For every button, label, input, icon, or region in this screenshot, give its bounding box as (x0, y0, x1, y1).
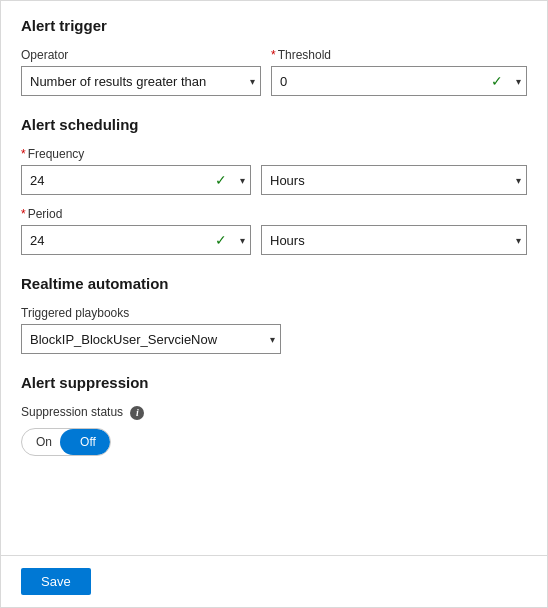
save-button[interactable]: Save (21, 568, 91, 595)
frequency-row: 24 ✓ ▾ Hours ▾ (21, 165, 527, 195)
frequency-block: *Frequency 24 ✓ ▾ (21, 147, 527, 195)
frequency-unit-select[interactable]: Hours (261, 165, 527, 195)
period-num-field: 24 ✓ ▾ (21, 225, 251, 255)
frequency-unit-wrapper: Hours ▾ (261, 165, 527, 195)
toggle-off-label[interactable]: Off (66, 431, 110, 453)
period-unit-field: Hours ▾ (261, 225, 527, 255)
operator-field: Operator Number of results greater than … (21, 48, 261, 96)
threshold-select[interactable]: 0 (271, 66, 527, 96)
frequency-num-field: 24 ✓ ▾ (21, 165, 251, 195)
alert-suppression-title: Alert suppression (21, 374, 527, 391)
freq-required-star: * (21, 147, 26, 161)
threshold-required-star: * (271, 48, 276, 62)
suppression-toggle[interactable]: On Off (21, 428, 111, 456)
threshold-field: *Threshold 0 ✓ ▾ (271, 48, 527, 96)
playbooks-field: Triggered playbooks BlockIP_BlockUser_Se… (21, 306, 281, 354)
frequency-num-wrapper: 24 ✓ ▾ (21, 165, 251, 195)
footer-bar: Save (1, 555, 547, 607)
operator-select[interactable]: Number of results greater than (21, 66, 261, 96)
trigger-fields-row: Operator Number of results greater than … (21, 48, 527, 96)
realtime-automation-section: Realtime automation Triggered playbooks … (21, 275, 527, 354)
playbooks-select[interactable]: BlockIP_BlockUser_ServcieNow (21, 324, 281, 354)
alert-trigger-section: Alert trigger Operator Number of results… (21, 17, 527, 96)
alert-scheduling-title: Alert scheduling (21, 116, 527, 133)
operator-select-wrapper: Number of results greater than ▾ (21, 66, 261, 96)
suppression-info-icon[interactable]: i (130, 406, 144, 420)
main-panel: Alert trigger Operator Number of results… (0, 0, 548, 608)
threshold-label: *Threshold (271, 48, 527, 62)
alert-scheduling-section: Alert scheduling *Frequency 24 ✓ ▾ (21, 116, 527, 255)
playbooks-label: Triggered playbooks (21, 306, 281, 320)
frequency-label: *Frequency (21, 147, 527, 161)
frequency-unit-field: Hours ▾ (261, 165, 527, 195)
content-area: Alert trigger Operator Number of results… (1, 1, 547, 555)
suppression-status-label: Suppression status i (21, 405, 527, 420)
playbooks-select-wrapper: BlockIP_BlockUser_ServcieNow ▾ (21, 324, 281, 354)
operator-label: Operator (21, 48, 261, 62)
period-unit-select[interactable]: Hours (261, 225, 527, 255)
toggle-wrapper: On Off (21, 428, 527, 456)
period-label: *Period (21, 207, 527, 221)
period-required-star: * (21, 207, 26, 221)
toggle-on-label[interactable]: On (22, 431, 66, 453)
frequency-num-select[interactable]: 24 (21, 165, 251, 195)
realtime-title: Realtime automation (21, 275, 527, 292)
threshold-select-wrapper: 0 ✓ ▾ (271, 66, 527, 96)
alert-suppression-section: Alert suppression Suppression status i O… (21, 374, 527, 456)
period-num-select[interactable]: 24 (21, 225, 251, 255)
period-num-wrapper: 24 ✓ ▾ (21, 225, 251, 255)
period-block: *Period 24 ✓ ▾ (21, 207, 527, 255)
period-unit-wrapper: Hours ▾ (261, 225, 527, 255)
period-row: 24 ✓ ▾ Hours ▾ (21, 225, 527, 255)
alert-trigger-title: Alert trigger (21, 17, 527, 34)
